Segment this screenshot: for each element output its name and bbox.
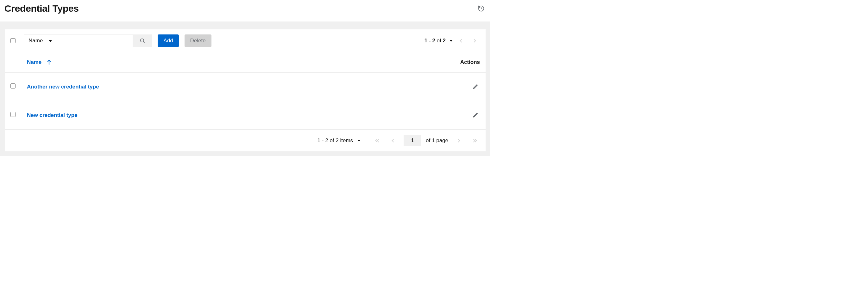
toolbar: Name Add Delete 1 - 2 of 2 <box>5 29 486 52</box>
edit-button[interactable] <box>471 111 480 119</box>
search-input[interactable] <box>57 34 133 47</box>
pencil-icon <box>472 83 478 90</box>
chevron-left-icon <box>460 39 463 42</box>
pagination-bottom-range: 1 - 2 <box>317 138 328 143</box>
page-number-input[interactable] <box>404 135 421 146</box>
chevron-right-icon <box>472 39 476 42</box>
credential-type-link[interactable]: New credential type <box>27 112 78 118</box>
column-header-name: Name <box>27 59 41 65</box>
next-page-button <box>453 135 464 146</box>
sort-ascending-icon <box>47 60 51 65</box>
svg-line-1 <box>144 42 145 43</box>
search-button[interactable] <box>133 34 152 47</box>
caret-down-icon <box>358 140 361 142</box>
next-page-button <box>468 35 480 46</box>
filter-attribute-label: Name <box>29 38 43 44</box>
pagination-top-summary[interactable]: 1 - 2 of 2 <box>425 38 455 44</box>
page-title: Credential Types <box>4 3 79 14</box>
pagination-bottom-total: 2 items <box>336 138 353 143</box>
column-header-name-sort[interactable]: Name <box>27 59 51 65</box>
pencil-icon <box>472 112 478 118</box>
last-page-button <box>468 135 480 146</box>
select-all-checkbox[interactable] <box>10 38 16 43</box>
chevron-left-icon <box>392 139 395 142</box>
page-suffix-label: of 1 page <box>426 138 448 144</box>
table-row: Another new credential type <box>5 73 486 101</box>
credential-type-link[interactable]: Another new credential type <box>27 84 99 90</box>
delete-button: Delete <box>185 34 212 47</box>
caret-down-icon <box>49 40 52 42</box>
pagination-bottom-of: of <box>330 138 334 143</box>
prev-page-button <box>388 135 399 146</box>
pagination-bottom: 1 - 2 of 2 items of 1 page <box>5 130 486 151</box>
prev-page-button <box>456 35 467 46</box>
pagination-top-of: of <box>437 38 441 44</box>
chevron-right-icon <box>457 139 460 142</box>
first-page-button <box>372 135 383 146</box>
history-icon[interactable] <box>476 4 486 13</box>
row-checkbox[interactable] <box>10 83 16 88</box>
pagination-bottom-summary[interactable]: 1 - 2 of 2 items <box>317 138 361 144</box>
filter-attribute-dropdown[interactable]: Name <box>24 34 57 47</box>
caret-down-icon <box>450 40 453 42</box>
credential-types-table: Name Actions Another new credential type <box>5 52 486 130</box>
add-button[interactable]: Add <box>158 34 179 47</box>
search-icon <box>140 38 145 44</box>
edit-button[interactable] <box>471 82 480 91</box>
pagination-top-total: 2 <box>443 38 446 44</box>
pagination-top-range: 1 - 2 <box>425 38 435 44</box>
row-checkbox[interactable] <box>10 112 16 117</box>
column-header-actions: Actions <box>359 52 486 73</box>
table-row: New credential type <box>5 101 486 130</box>
